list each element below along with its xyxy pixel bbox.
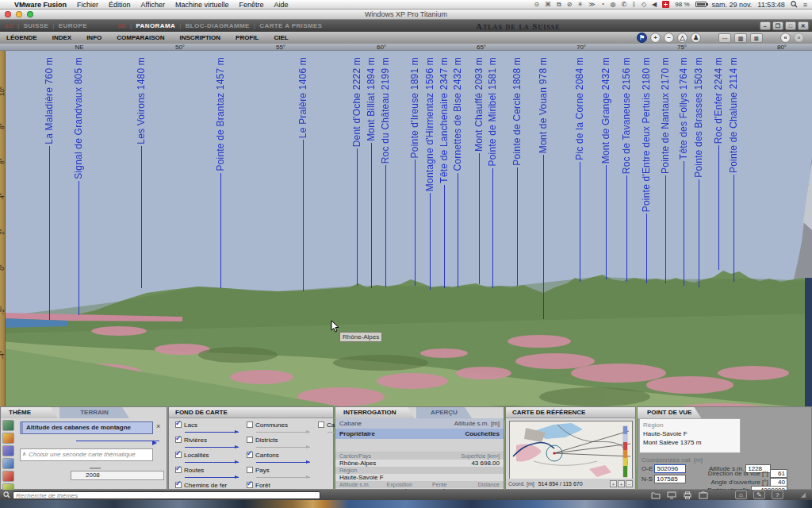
menu-item-vmware-fusion[interactable]: VMware Fusion (14, 1, 67, 9)
mode-tab-panorama[interactable]: PANORAMA (136, 22, 175, 29)
layer-opacity-slider-lacs[interactable] (185, 432, 239, 435)
home-view-button[interactable]: ⌂ (735, 491, 747, 499)
close-panels-button[interactable]: ⊠ (750, 33, 763, 43)
notification-list-icon[interactable]: ≡ (803, 2, 807, 8)
split-view-button[interactable]: ▥ (734, 33, 747, 43)
checkbox-unchecked-icon[interactable] (247, 437, 253, 443)
resize-grip[interactable]: ◢ (801, 491, 806, 498)
collapse-right-button[interactable]: » (794, 33, 804, 43)
app-menu-ciel[interactable]: CIEL (274, 34, 288, 41)
tab-terrain[interactable]: TERRAIN (59, 407, 129, 418)
keyboard-layout-swiss-icon[interactable] (662, 1, 669, 8)
forward-menu-icon[interactable]: ≫ (588, 2, 595, 8)
menubar-clock[interactable]: 11:53:48 (757, 1, 784, 9)
eject-menu-icon[interactable]: ◍ (610, 2, 615, 8)
layer-opacity-slider-districts[interactable] (256, 447, 310, 450)
app-menu-profil[interactable]: PROFIL (236, 34, 259, 41)
display-icon[interactable] (667, 491, 676, 499)
layer-opacity-slider-pays[interactable] (256, 477, 310, 480)
observer-button[interactable]: ♟ (691, 33, 701, 43)
checkbox-checked-icon[interactable]: ✓ (175, 452, 182, 458)
secondary-theme-select[interactable]: Choisir une seconde carte thématique (20, 448, 153, 461)
checkbox-checked-icon[interactable]: ✓ (175, 467, 182, 473)
menubar-date[interactable]: sam. 29 nov. (712, 1, 753, 9)
checkbox-unchecked-icon[interactable] (318, 421, 324, 428)
app-menu-comparaison[interactable]: COMPARAISON (117, 34, 164, 41)
flux-menu-icon[interactable]: ✳ (578, 2, 584, 8)
mode-tab-suisse[interactable]: SUISSE (24, 22, 49, 29)
menu-item-edition[interactable]: Édition (109, 1, 131, 9)
layer-opacity-slider-localites[interactable] (185, 462, 239, 465)
checkbox-checked-icon[interactable]: ✓ (175, 421, 182, 428)
layer-toggle-localites[interactable]: ✓Localités (175, 452, 239, 461)
checkbox-checked-icon[interactable]: ✓ (247, 452, 253, 458)
layer-toggle-communes[interactable]: Communes (247, 421, 310, 431)
viewpoint-panel-title[interactable]: POINT DE VUE (638, 407, 701, 418)
checkbox-unchecked-icon[interactable] (247, 421, 253, 428)
terrain-angle-button[interactable]: △ (677, 33, 688, 43)
mode-tab-europe[interactable]: EUROPE (59, 22, 87, 29)
economy-category-icon[interactable] (2, 445, 14, 456)
layer-toggle-cantons[interactable]: ✓Cantons (247, 452, 310, 461)
export-icon[interactable] (699, 491, 708, 499)
layer-opacity-slider-communes[interactable] (256, 432, 310, 435)
close-button[interactable]: ✕ (798, 21, 809, 30)
tools-button[interactable]: ✎ (753, 491, 765, 499)
zoom-in-button[interactable]: + (650, 33, 661, 43)
app-menu-index[interactable]: INDEX (52, 34, 71, 41)
mode-tab-carte-a-prismes[interactable]: CARTE A PRISMES (259, 22, 322, 29)
phone-menu-icon[interactable]: ✆ (621, 2, 626, 8)
layer-toggle-districts[interactable]: Districts (247, 437, 310, 446)
state-category-icon[interactable] (2, 458, 14, 469)
mode-tab-bloc-diagramme[interactable]: BLOC-DIAGRAMME (186, 22, 250, 29)
checkbox-checked-icon[interactable]: ✓ (175, 437, 182, 443)
menu-item-afficher[interactable]: Afficher (141, 1, 165, 9)
windows-menu-icon[interactable]: ⧉ (557, 2, 561, 8)
proprietaire-row[interactable]: PropriétaireCouchettes (335, 429, 504, 439)
minimize-button[interactable]: – (760, 21, 771, 30)
maximize-button[interactable]: □ (785, 21, 796, 30)
menu-item-fichier[interactable]: Fichier (77, 1, 98, 9)
checkbox-unchecked-icon[interactable] (247, 467, 253, 473)
primary-theme-select[interactable]: Altitude des cabanes de montagne (20, 421, 153, 434)
layer-toggle-lacs[interactable]: ✓Lacs (175, 421, 239, 431)
direction-field[interactable]: 61 (770, 469, 787, 478)
reference-minimap[interactable] (509, 421, 633, 483)
year-slider[interactable] (90, 468, 101, 469)
checkbox-checked-icon[interactable]: ✓ (247, 482, 253, 488)
mode-tab-2d[interactable]: 2D (5, 22, 13, 29)
app-menu-icon[interactable]: ⌘ (545, 2, 551, 8)
app-menu-legende[interactable]: LÉGENDE (6, 34, 37, 41)
recenter-map-button[interactable]: ⌖ (610, 480, 617, 487)
bluetooth-menu-icon[interactable]: ᛒ (632, 2, 636, 8)
menu-item-fenetre[interactable]: Fenêtre (239, 1, 263, 9)
menu-item-machine-virtuelle[interactable]: Machine virtuelle (175, 1, 229, 9)
tab-theme[interactable]: THÈME (1, 407, 58, 418)
open-file-icon[interactable] (651, 491, 661, 499)
panel-layout-button[interactable]: ⋯ (718, 33, 731, 43)
zoom-extent-button[interactable]: + (618, 480, 625, 487)
tab-interrogation[interactable]: INTERROGATION (335, 407, 415, 418)
spotlight-icon[interactable] (791, 1, 798, 8)
layer-toggle-pays[interactable]: Pays (247, 467, 310, 476)
tab-apercu[interactable]: APERÇU (416, 407, 472, 418)
sync-menu-icon[interactable]: ⊙ (534, 2, 539, 8)
zoom-out-button[interactable]: − (664, 33, 674, 43)
collapse-left-button[interactable]: « (780, 33, 791, 43)
clear-theme-icon[interactable]: × (156, 422, 160, 430)
layer-toggle-routes[interactable]: ✓Routes (175, 467, 239, 476)
help-button[interactable]: ? (772, 491, 783, 499)
time-machine-menu-icon[interactable]: ◔ (601, 2, 605, 8)
app-menu-info[interactable]: INFO (86, 34, 102, 41)
map-options-button[interactable]: − (626, 480, 633, 487)
pan-flag-button[interactable]: ⚑ (637, 33, 647, 43)
theme-transparency-slider[interactable] (76, 441, 159, 441)
restore-button[interactable]: ❐ (772, 21, 783, 30)
year-field[interactable]: 2008 (71, 471, 164, 480)
layer-toggle-rivieres[interactable]: ✓Rivières (175, 437, 239, 446)
battery-icon[interactable] (695, 2, 707, 7)
print-icon[interactable] (683, 491, 692, 499)
layer-opacity-slider-rivieres[interactable] (185, 447, 239, 450)
dnd-menu-icon[interactable]: ⊘ (567, 2, 573, 8)
checkbox-checked-icon[interactable]: ✓ (175, 482, 182, 488)
